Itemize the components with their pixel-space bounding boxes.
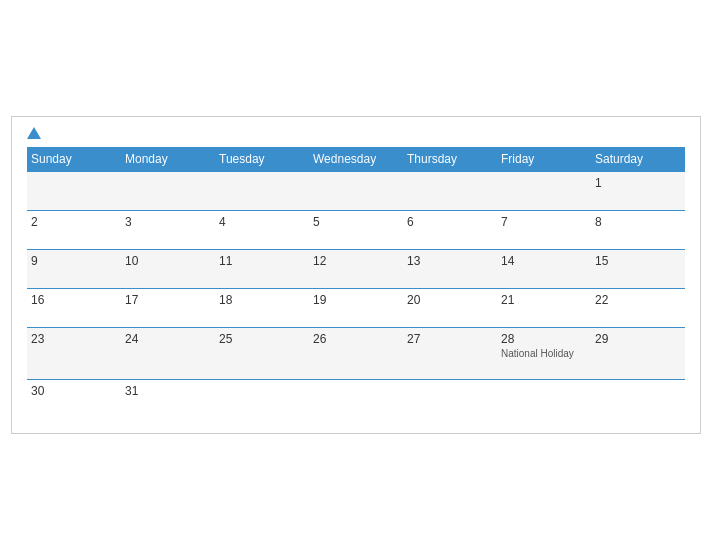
day-number: 19 (313, 293, 399, 307)
day-number: 25 (219, 332, 305, 346)
day-number: 31 (125, 384, 211, 398)
day-number: 6 (407, 215, 493, 229)
calendar-cell (215, 172, 309, 211)
calendar-cell: 8 (591, 211, 685, 250)
calendar-cell (497, 172, 591, 211)
weekday-header-saturday: Saturday (591, 147, 685, 172)
day-number: 13 (407, 254, 493, 268)
calendar-cell: 2 (27, 211, 121, 250)
calendar-cell: 29 (591, 328, 685, 380)
weekday-header-monday: Monday (121, 147, 215, 172)
day-number: 14 (501, 254, 587, 268)
calendar-cell: 30 (27, 380, 121, 419)
calendar-cell: 20 (403, 289, 497, 328)
calendar-cell: 11 (215, 250, 309, 289)
calendar-cell: 23 (27, 328, 121, 380)
calendar-week-row: 3031 (27, 380, 685, 419)
calendar-cell: 15 (591, 250, 685, 289)
day-event: National Holiday (501, 348, 587, 359)
day-number: 3 (125, 215, 211, 229)
day-number: 12 (313, 254, 399, 268)
day-number: 2 (31, 215, 117, 229)
weekday-header-friday: Friday (497, 147, 591, 172)
day-number: 8 (595, 215, 681, 229)
calendar-week-row: 9101112131415 (27, 250, 685, 289)
day-number: 4 (219, 215, 305, 229)
calendar-cell: 7 (497, 211, 591, 250)
calendar-cell: 22 (591, 289, 685, 328)
calendar-week-row: 1 (27, 172, 685, 211)
weekday-header-row: SundayMondayTuesdayWednesdayThursdayFrid… (27, 147, 685, 172)
weekday-header-wednesday: Wednesday (309, 147, 403, 172)
calendar: SundayMondayTuesdayWednesdayThursdayFrid… (11, 116, 701, 434)
day-number: 16 (31, 293, 117, 307)
calendar-cell: 21 (497, 289, 591, 328)
day-number: 27 (407, 332, 493, 346)
day-number: 11 (219, 254, 305, 268)
calendar-cell: 10 (121, 250, 215, 289)
calendar-cell (591, 380, 685, 419)
day-number: 21 (501, 293, 587, 307)
calendar-cell (403, 380, 497, 419)
calendar-header (27, 127, 685, 139)
day-number: 24 (125, 332, 211, 346)
calendar-cell: 24 (121, 328, 215, 380)
calendar-cell (27, 172, 121, 211)
day-number: 18 (219, 293, 305, 307)
day-number: 29 (595, 332, 681, 346)
calendar-cell: 17 (121, 289, 215, 328)
calendar-cell (309, 172, 403, 211)
calendar-cell (497, 380, 591, 419)
calendar-cell: 27 (403, 328, 497, 380)
calendar-week-row: 2345678 (27, 211, 685, 250)
day-number: 22 (595, 293, 681, 307)
calendar-cell: 4 (215, 211, 309, 250)
calendar-cell (215, 380, 309, 419)
logo-blue-text (27, 127, 43, 139)
calendar-table: SundayMondayTuesdayWednesdayThursdayFrid… (27, 147, 685, 418)
calendar-cell: 18 (215, 289, 309, 328)
day-number: 23 (31, 332, 117, 346)
calendar-cell (121, 172, 215, 211)
calendar-cell: 3 (121, 211, 215, 250)
day-number: 9 (31, 254, 117, 268)
day-number: 7 (501, 215, 587, 229)
calendar-cell: 6 (403, 211, 497, 250)
calendar-cell: 9 (27, 250, 121, 289)
day-number: 15 (595, 254, 681, 268)
calendar-cell (309, 380, 403, 419)
calendar-week-row: 16171819202122 (27, 289, 685, 328)
calendar-cell: 13 (403, 250, 497, 289)
calendar-cell: 5 (309, 211, 403, 250)
calendar-cell: 31 (121, 380, 215, 419)
day-number: 1 (595, 176, 681, 190)
calendar-cell: 19 (309, 289, 403, 328)
logo (27, 127, 43, 139)
weekday-header-thursday: Thursday (403, 147, 497, 172)
calendar-cell: 1 (591, 172, 685, 211)
day-number: 26 (313, 332, 399, 346)
calendar-week-row: 232425262728National Holiday29 (27, 328, 685, 380)
day-number: 5 (313, 215, 399, 229)
day-number: 28 (501, 332, 587, 346)
calendar-cell (403, 172, 497, 211)
weekday-header-tuesday: Tuesday (215, 147, 309, 172)
calendar-cell: 14 (497, 250, 591, 289)
day-number: 20 (407, 293, 493, 307)
day-number: 30 (31, 384, 117, 398)
calendar-cell: 26 (309, 328, 403, 380)
calendar-cell: 16 (27, 289, 121, 328)
calendar-cell: 25 (215, 328, 309, 380)
weekday-header-sunday: Sunday (27, 147, 121, 172)
logo-triangle-icon (27, 127, 41, 139)
calendar-cell: 12 (309, 250, 403, 289)
calendar-cell: 28National Holiday (497, 328, 591, 380)
day-number: 10 (125, 254, 211, 268)
day-number: 17 (125, 293, 211, 307)
